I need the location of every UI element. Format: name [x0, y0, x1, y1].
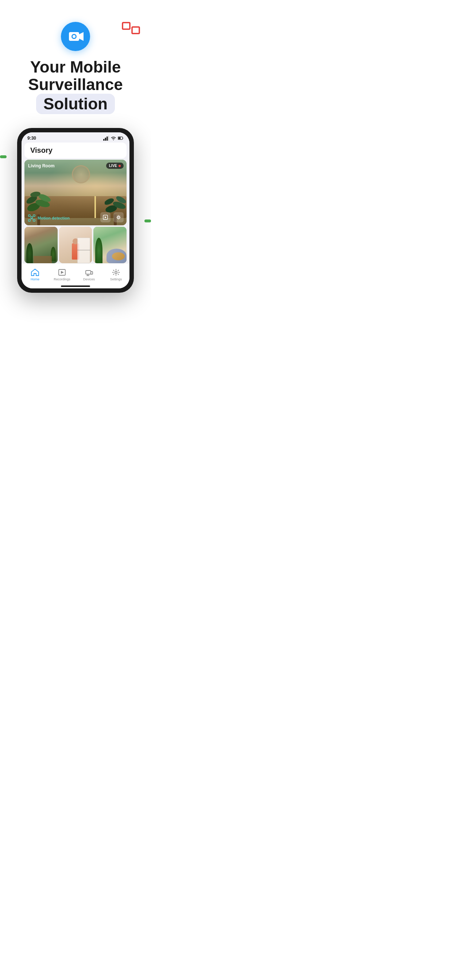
- home-icon-container: [30, 268, 39, 277]
- nav-item-settings[interactable]: Settings: [102, 268, 129, 281]
- svg-marker-28: [105, 216, 107, 218]
- headline-text: Your Mobile Surveillance Solution: [21, 58, 130, 114]
- app-header: Visory: [24, 143, 126, 158]
- nav-item-home[interactable]: Home: [22, 268, 48, 281]
- page-wrapper: Your Mobile Surveillance Solution: [0, 0, 151, 307]
- svg-marker-31: [61, 271, 64, 274]
- svg-rect-24: [29, 220, 30, 221]
- svg-point-20: [105, 197, 115, 206]
- svg-point-36: [115, 271, 117, 274]
- home-icon: [31, 269, 39, 276]
- home-indicator: [61, 285, 90, 287]
- nav-label-devices: Devices: [83, 277, 95, 281]
- green-pill-right: [144, 220, 151, 223]
- status-bar: 9:30: [22, 132, 129, 143]
- svg-point-29: [118, 216, 120, 218]
- svg-rect-5: [105, 138, 106, 141]
- nav-item-recordings[interactable]: Recordings: [48, 268, 75, 281]
- bottom-nav: Home Recordings: [22, 267, 129, 284]
- nav-label-recordings: Recordings: [54, 277, 70, 281]
- room-mirror: [72, 165, 90, 183]
- svg-point-26: [31, 216, 33, 218]
- camera-controls: [100, 212, 124, 223]
- phone-container: 9:30: [17, 128, 134, 293]
- gear-icon: [116, 215, 121, 220]
- battery-icon: [118, 135, 124, 141]
- bottom-phone-section: Home Recordings: [22, 263, 129, 288]
- svg-rect-10: [123, 138, 123, 139]
- nav-item-devices[interactable]: Devices: [75, 268, 102, 281]
- recordings-icon-container: [57, 268, 66, 277]
- svg-rect-25: [33, 220, 35, 221]
- live-badge: LIVE: [106, 162, 124, 169]
- logo-icon: [122, 22, 140, 35]
- svg-rect-22: [29, 215, 30, 216]
- motion-detection-label: Motion detection: [28, 215, 70, 222]
- phone-mockup: 9:30: [17, 128, 134, 293]
- live-dot: [118, 165, 121, 167]
- thumb-courtyard[interactable]: [24, 227, 57, 263]
- svg-rect-6: [107, 137, 108, 141]
- svg-rect-23: [33, 215, 35, 216]
- devices-icon-container: [85, 268, 93, 277]
- room-lamp: [94, 196, 96, 218]
- settings-button[interactable]: [113, 212, 124, 223]
- camera-feed[interactable]: Living Room LIVE: [24, 160, 126, 225]
- green-pill-left: [0, 155, 6, 158]
- svg-rect-32: [86, 270, 91, 274]
- nav-label-home: Home: [30, 277, 39, 281]
- wifi-icon: [110, 135, 116, 141]
- recordings-icon: [58, 269, 66, 276]
- camera-location-label: Living Room: [28, 163, 55, 169]
- nav-label-settings: Settings: [110, 277, 122, 281]
- app-title: Visory: [30, 146, 53, 154]
- brand-logo: [122, 22, 140, 38]
- camera-icon: [67, 29, 83, 45]
- svg-rect-9: [118, 137, 121, 139]
- signal-icon: [103, 135, 109, 141]
- phone-screen: 9:30: [22, 132, 129, 288]
- thumb-child[interactable]: [59, 227, 92, 263]
- thumbnail-row: [22, 227, 129, 263]
- svg-marker-1: [79, 32, 83, 41]
- svg-rect-33: [91, 272, 93, 274]
- top-section: Your Mobile Surveillance Solution: [0, 0, 151, 293]
- app-icon[interactable]: [61, 22, 90, 51]
- settings-icon-container: [112, 268, 120, 277]
- svg-rect-7: [108, 135, 109, 141]
- headline: Your Mobile Surveillance Solution: [21, 58, 130, 117]
- motion-icon: [28, 215, 35, 222]
- settings-gear-icon: [112, 269, 120, 276]
- record-button[interactable]: [100, 212, 110, 223]
- thumb-dog[interactable]: [93, 227, 126, 263]
- svg-point-3: [73, 35, 75, 38]
- devices-icon: [85, 269, 93, 276]
- status-time: 9:30: [27, 135, 36, 141]
- play-icon: [103, 215, 108, 220]
- svg-rect-4: [103, 139, 104, 141]
- status-icons: [103, 135, 124, 141]
